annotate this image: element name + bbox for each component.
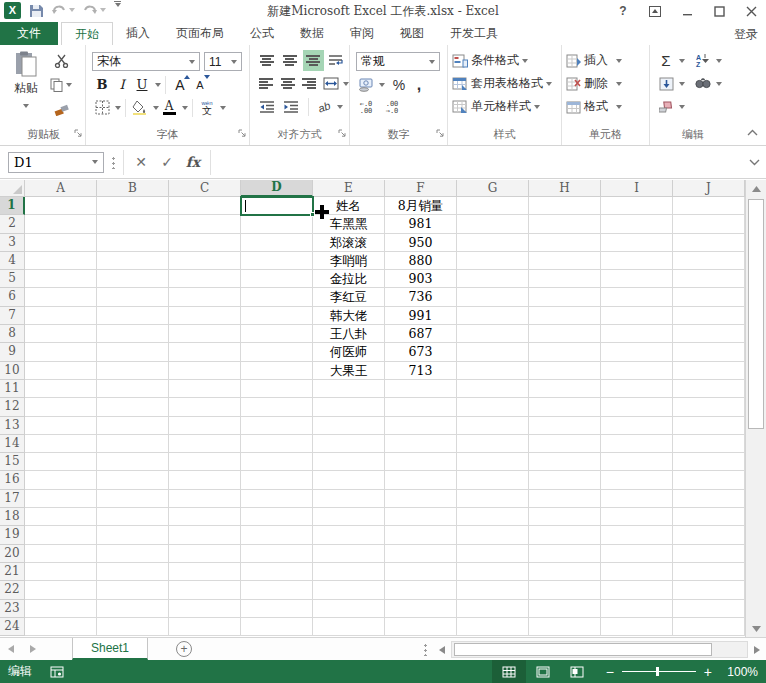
cell-H18[interactable]	[529, 508, 601, 526]
add-sheet-button[interactable]: +	[176, 641, 192, 657]
orientation-button[interactable]: ab	[310, 93, 338, 120]
cell-C10[interactable]	[169, 362, 241, 380]
cell-E21[interactable]	[313, 563, 385, 581]
cell-A2[interactable]	[25, 215, 97, 233]
insert-cells-button[interactable]: 插入	[562, 49, 649, 72]
fill-dropdown-icon[interactable]	[679, 82, 685, 86]
cell-A18[interactable]	[25, 508, 97, 526]
font-size-combo[interactable]: 11	[204, 52, 242, 71]
ribbon-display-options-button[interactable]	[642, 1, 668, 21]
cell-B24[interactable]	[97, 618, 169, 636]
row-header-15[interactable]: 15	[0, 453, 25, 471]
cell-J1[interactable]	[673, 197, 745, 215]
cell-J24[interactable]	[673, 618, 745, 636]
close-button[interactable]	[738, 1, 764, 21]
decrease-font-button[interactable]: A	[190, 75, 210, 95]
cell-I11[interactable]	[601, 380, 673, 398]
cell-H6[interactable]	[529, 288, 601, 306]
cell-B11[interactable]	[97, 380, 169, 398]
minimize-button[interactable]	[674, 1, 700, 21]
comma-style-button[interactable]: ,	[409, 75, 429, 95]
cell-H3[interactable]	[529, 234, 601, 252]
cell-C9[interactable]	[169, 343, 241, 361]
cell-G3[interactable]	[457, 234, 529, 252]
paste-dropdown-icon[interactable]	[23, 104, 29, 108]
cell-A7[interactable]	[25, 307, 97, 325]
cell-C2[interactable]	[169, 215, 241, 233]
tab-insert[interactable]: 插入	[113, 22, 163, 45]
column-header-G[interactable]: G	[457, 180, 529, 197]
sort-dropdown-icon[interactable]	[716, 59, 722, 63]
cell-G12[interactable]	[457, 398, 529, 416]
clear-button[interactable]	[656, 97, 676, 117]
cell-D4[interactable]	[241, 252, 313, 270]
cell-G22[interactable]	[457, 581, 529, 599]
cell-D8[interactable]	[241, 325, 313, 343]
cell-A6[interactable]	[25, 288, 97, 306]
cell-B7[interactable]	[97, 307, 169, 325]
expand-formula-bar-button[interactable]	[742, 159, 766, 166]
row-header-18[interactable]: 18	[0, 508, 25, 526]
cell-F8[interactable]: 687	[385, 325, 457, 343]
scroll-down-button[interactable]	[746, 620, 766, 637]
row-header-16[interactable]: 16	[0, 471, 25, 489]
vertical-scroll-thumb[interactable]	[748, 199, 764, 429]
bold-button[interactable]: B	[92, 75, 112, 95]
autosum-button[interactable]: Σ	[656, 51, 676, 71]
cell-C7[interactable]	[169, 307, 241, 325]
cell-H17[interactable]	[529, 490, 601, 508]
tab-data[interactable]: 数据	[287, 22, 337, 45]
wrap-text-button[interactable]	[326, 50, 347, 71]
cell-I4[interactable]	[601, 252, 673, 270]
sort-filter-button[interactable]: AZ	[693, 51, 713, 71]
cell-C14[interactable]	[169, 435, 241, 453]
cell-C12[interactable]	[169, 398, 241, 416]
row-header-6[interactable]: 6	[0, 288, 25, 306]
cell-D12[interactable]	[241, 398, 313, 416]
cell-B18[interactable]	[97, 508, 169, 526]
tab-review[interactable]: 审阅	[337, 22, 387, 45]
zoom-level-button[interactable]: 100%	[712, 665, 758, 679]
cell-E19[interactable]	[313, 526, 385, 544]
decrease-indent-button[interactable]	[256, 96, 278, 117]
cell-J5[interactable]	[673, 270, 745, 288]
row-header-4[interactable]: 4	[0, 252, 25, 270]
cell-H13[interactable]	[529, 417, 601, 435]
row-header-5[interactable]: 5	[0, 270, 25, 288]
vertical-scrollbar[interactable]	[745, 180, 766, 637]
cell-E18[interactable]	[313, 508, 385, 526]
row-header-13[interactable]: 13	[0, 417, 25, 435]
zoom-slider[interactable]	[622, 671, 696, 672]
cell-G16[interactable]	[457, 471, 529, 489]
cell-H10[interactable]	[529, 362, 601, 380]
cell-D22[interactable]	[241, 581, 313, 599]
cell-F17[interactable]	[385, 490, 457, 508]
scroll-left-button[interactable]	[433, 646, 451, 654]
cell-I17[interactable]	[601, 490, 673, 508]
align-right-button[interactable]	[300, 73, 320, 94]
cell-J12[interactable]	[673, 398, 745, 416]
cell-J18[interactable]	[673, 508, 745, 526]
cell-J20[interactable]	[673, 545, 745, 563]
collapse-ribbon-button[interactable]	[747, 125, 758, 139]
borders-button[interactable]	[92, 98, 112, 118]
find-dropdown-icon[interactable]	[716, 82, 722, 86]
cell-C13[interactable]	[169, 417, 241, 435]
cell-B12[interactable]	[97, 398, 169, 416]
horizontal-scroll-track[interactable]	[451, 641, 748, 658]
enter-button[interactable]: ✓	[154, 154, 180, 170]
page-layout-view-button[interactable]	[526, 660, 560, 683]
tab-home[interactable]: 开始	[61, 22, 113, 45]
row-header-8[interactable]: 8	[0, 325, 25, 343]
cell-I2[interactable]	[601, 215, 673, 233]
cell-F22[interactable]	[385, 581, 457, 599]
cell-B4[interactable]	[97, 252, 169, 270]
cell-C19[interactable]	[169, 526, 241, 544]
cancel-button[interactable]: ✕	[128, 154, 154, 170]
cell-G8[interactable]	[457, 325, 529, 343]
cell-I3[interactable]	[601, 234, 673, 252]
find-select-button[interactable]	[693, 74, 713, 94]
cell-J14[interactable]	[673, 435, 745, 453]
cell-C6[interactable]	[169, 288, 241, 306]
cell-F11[interactable]	[385, 380, 457, 398]
